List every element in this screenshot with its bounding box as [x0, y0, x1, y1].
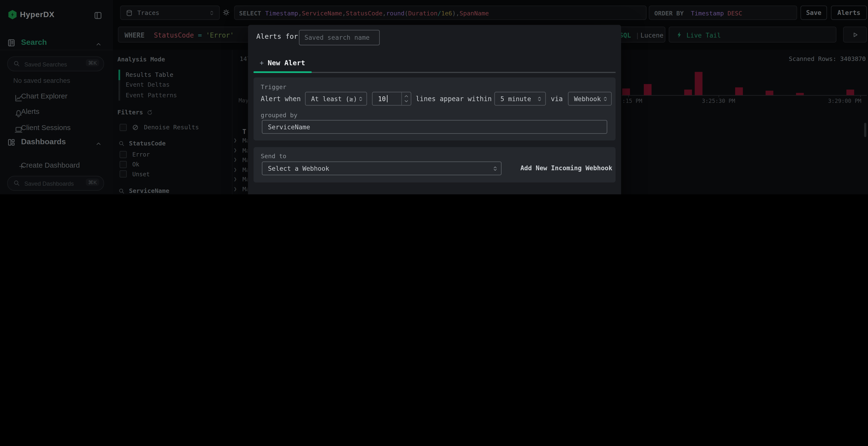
threshold-value-input[interactable]: 10 — [372, 92, 411, 105]
select-caret-icon — [492, 165, 498, 171]
number-stepper[interactable] — [401, 92, 411, 105]
grouped-by-input[interactable]: ServiceName — [262, 120, 607, 134]
threshold-chart-title: Threshold chart — [256, 194, 319, 194]
send-to-panel: Send to Select a Webhook Add New Incomin… — [254, 147, 616, 182]
lines-appear-text: lines appear within — [416, 95, 492, 103]
webhook-select[interactable]: Select a Webhook — [262, 161, 501, 175]
send-to-label: Send to — [261, 153, 286, 160]
stepper-down-icon[interactable] — [403, 99, 409, 104]
add-webhook-button[interactable]: Add New Incoming Webhook — [520, 164, 613, 172]
alert-when-text: Alert when — [261, 95, 301, 103]
comparator-select[interactable]: At least (≥) — [305, 92, 367, 105]
saved-search-name-input[interactable] — [300, 30, 379, 45]
select-caret-icon — [602, 96, 608, 102]
tab-new-alert[interactable]: +New Alert — [260, 59, 305, 67]
select-caret-icon — [536, 96, 542, 102]
select-caret-icon — [358, 96, 364, 102]
modal-title: Alerts for — [256, 32, 298, 40]
app-root: HyperDX Search ⌘K No saved searches Char… — [0, 0, 868, 194]
trigger-panel: Trigger Alert when At least (≥) 10 lines… — [254, 77, 616, 140]
trigger-label: Trigger — [261, 83, 286, 91]
text-caret — [387, 95, 388, 102]
via-text: via — [551, 95, 563, 103]
tab-active-indicator — [254, 71, 312, 73]
saved-search-name-field[interactable] — [299, 30, 380, 45]
time-window-select[interactable]: 5 minute — [494, 92, 546, 105]
alert-modal: Alerts for +New Alert Trigger Alert when… — [248, 25, 621, 194]
grouped-by-label: grouped by — [261, 112, 297, 119]
plus-icon: + — [260, 59, 264, 67]
stepper-up-icon[interactable] — [403, 94, 409, 99]
channel-select[interactable]: Webhook — [568, 92, 612, 105]
